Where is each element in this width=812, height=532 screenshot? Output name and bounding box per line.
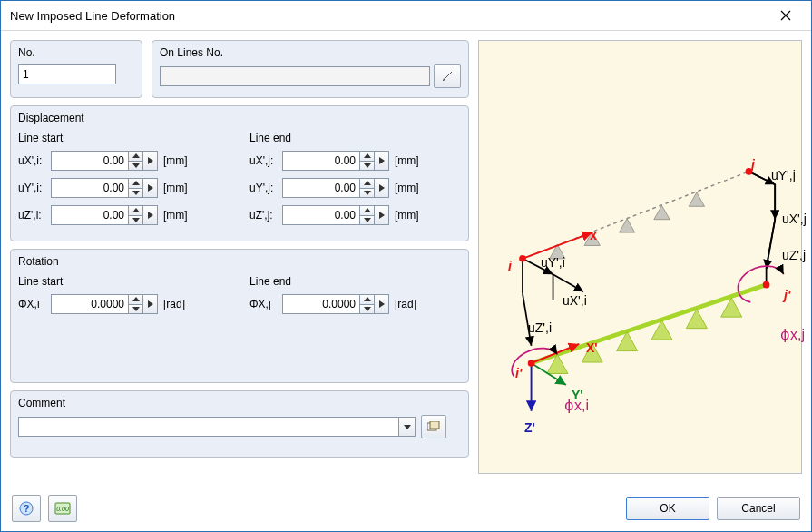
diagram-label-x: x: [590, 228, 597, 242]
titlebar: New Imposed Line Deformation: [1, 1, 811, 31]
diagram-label-uYj: uY',j: [771, 168, 796, 182]
disp-i-1-input[interactable]: [51, 178, 129, 198]
units-button[interactable]: 0.00: [48, 495, 77, 522]
displacement-fieldset: Displacement Line start uX',i: [mm] uY',…: [10, 105, 469, 241]
diagram-label-uYi: uY',i: [541, 255, 565, 270]
phi-xj-label: ΦX,j: [249, 298, 282, 310]
disp-i-0-step-button[interactable]: [143, 151, 158, 171]
disp-j-0-unit: [mm]: [395, 154, 419, 167]
comment-dropdown-button[interactable]: [399, 417, 416, 437]
disp-j-2-spinner[interactable]: [360, 205, 375, 225]
comment-fieldset: Comment: [10, 390, 469, 458]
onlines-fieldset: On Lines No.: [152, 40, 469, 98]
disp-i-2-unit: [mm]: [163, 209, 188, 222]
cancel-button[interactable]: Cancel: [717, 497, 800, 520]
diagram-label-uXi: uX',i: [563, 293, 587, 308]
disp-j-1-label: uY',j:: [249, 182, 282, 194]
disp-i-1-step-button[interactable]: [143, 178, 158, 198]
diagram-label-ip: i': [515, 366, 522, 380]
rotation-unit: [rad]: [163, 298, 185, 310]
phi-xi-spinner[interactable]: [129, 294, 143, 314]
diagram-label-j: j: [751, 157, 755, 172]
rotation-end-head: Line end: [249, 275, 461, 288]
disp-j-1-input[interactable]: [282, 178, 360, 198]
disp-j-0-input[interactable]: [282, 151, 360, 171]
svg-point-16: [519, 255, 526, 262]
disp-j-1-spinner[interactable]: [360, 178, 375, 198]
window-title: New Imposed Line Deformation: [10, 9, 768, 23]
close-button[interactable]: [768, 5, 804, 25]
disp-j-1-step-button[interactable]: [375, 178, 389, 198]
rotation-start-head: Line start: [18, 275, 230, 288]
phi-xj-step-button[interactable]: [375, 294, 389, 314]
disp-i-1-spinner[interactable]: [129, 178, 143, 198]
displacement-legend: Displacement: [18, 112, 461, 124]
disp-j-1-unit: [mm]: [395, 182, 419, 194]
diagram-label-Zp: Z': [524, 420, 535, 435]
svg-text:?: ?: [24, 503, 30, 514]
help-button[interactable]: ?: [12, 495, 41, 522]
disp-i-2-label: uZ',i:: [18, 209, 51, 222]
no-fieldset: No.: [10, 40, 142, 98]
disp-i-0-unit: [mm]: [163, 154, 188, 167]
disp-i-2-step-button[interactable]: [143, 205, 158, 225]
disp-i-0-input[interactable]: [51, 151, 129, 171]
phi-xi-step-button[interactable]: [143, 294, 158, 314]
diagram-label-uZj: uZ',j: [782, 248, 806, 262]
disp-j-2-unit: [mm]: [395, 209, 419, 222]
comment-input[interactable]: [18, 417, 399, 437]
svg-point-18: [528, 360, 535, 367]
comment-legend: Comment: [18, 397, 461, 409]
phi-xj-spinner[interactable]: [360, 294, 375, 314]
no-label: No.: [18, 46, 134, 59]
disp-j-0-label: uX',j:: [249, 154, 282, 167]
disp-i-1-unit: [mm]: [163, 182, 188, 194]
no-input[interactable]: [18, 64, 116, 84]
disp-j-0-spinner[interactable]: [360, 151, 375, 171]
diagram-label-phixi: ϕx,i: [564, 397, 589, 414]
svg-line-12: [553, 274, 584, 291]
diagram-preview: j i i' j' x X' Y' Z' uY',j uX',j uZ',j u…: [478, 40, 802, 474]
diagram-label-jp: j': [784, 288, 790, 302]
diagram-label-i: i: [508, 259, 512, 273]
phi-xi-input[interactable]: [51, 294, 129, 314]
onlines-label: On Lines No.: [160, 46, 461, 59]
phi-xj-input[interactable]: [282, 294, 360, 314]
rotation-unit-j: [rad]: [395, 298, 416, 310]
displacement-end-head: Line end: [249, 132, 461, 144]
diagram-svg: [479, 41, 801, 456]
disp-j-0-step-button[interactable]: [375, 151, 389, 171]
diagram-label-uXj: uX',j: [782, 212, 807, 226]
svg-text:0.00: 0.00: [56, 506, 69, 512]
diagram-label-phixj: ϕx,j: [780, 326, 805, 343]
pick-lines-button[interactable]: [434, 64, 461, 88]
disp-i-2-spinner[interactable]: [129, 205, 143, 225]
comment-library-button[interactable]: [421, 415, 446, 438]
disp-i-0-label: uX',i:: [18, 154, 51, 167]
disp-i-1-label: uY',i:: [18, 182, 51, 194]
svg-line-7: [767, 220, 776, 270]
ok-button[interactable]: OK: [626, 497, 709, 520]
rotation-fieldset: Rotation Line start ΦX,i: [10, 249, 469, 383]
footer: ? 0.00 OK Cancel: [1, 486, 811, 531]
onlines-input[interactable]: [160, 66, 430, 86]
disp-i-0-spinner[interactable]: [129, 151, 143, 171]
diagram-label-uZi: uZ',i: [528, 320, 552, 335]
disp-j-2-step-button[interactable]: [375, 205, 389, 225]
diagram-label-Xp: X': [586, 340, 598, 355]
rotation-legend: Rotation: [18, 255, 461, 268]
svg-rect-1: [430, 421, 439, 429]
svg-point-19: [763, 281, 770, 289]
phi-xi-label: ΦX,i: [18, 298, 51, 310]
displacement-start-head: Line start: [18, 132, 230, 144]
disp-j-2-input[interactable]: [282, 205, 360, 225]
disp-i-2-input[interactable]: [51, 205, 129, 225]
disp-j-2-label: uZ',j:: [249, 209, 282, 222]
